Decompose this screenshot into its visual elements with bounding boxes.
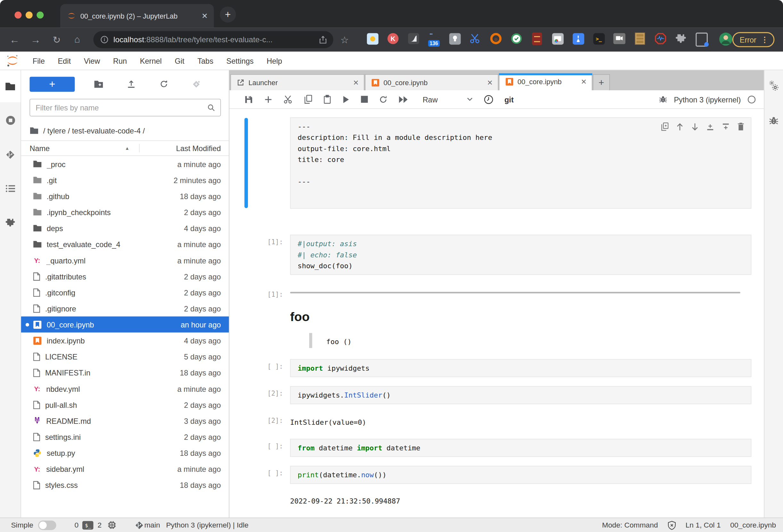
avatar[interactable]	[719, 32, 733, 46]
dock-tab-launcher[interactable]: Launcher✕	[230, 74, 364, 90]
close-icon[interactable]: ✕	[574, 78, 587, 86]
file-row[interactable]: pull-all.sh2 days ago	[21, 397, 229, 412]
file-row[interactable]: .gitignore2 days ago	[21, 300, 229, 316]
insert-below-icon[interactable]	[722, 122, 730, 131]
file-row[interactable]: Y:nbdev.ymla minute ago	[21, 380, 229, 397]
add-dock-tab-button[interactable]: +	[593, 74, 610, 90]
menu-settings[interactable]: Settings	[220, 56, 260, 65]
sidebar-puzzle-icon[interactable]	[0, 211, 21, 234]
menu-tabs[interactable]: Tabs	[191, 56, 220, 65]
kernel-count[interactable]: 2	[98, 521, 102, 529]
check-extension-icon[interactable]	[510, 33, 523, 45]
file-row[interactable]: setup.py18 days ago	[21, 445, 229, 461]
minimize-window-button[interactable]	[26, 11, 33, 19]
file-row[interactable]: .gitattributes2 days ago	[21, 268, 229, 284]
file-row[interactable]: .github18 days ago	[21, 188, 229, 204]
file-row[interactable]: index.ipynb4 days ago	[21, 333, 229, 348]
save-icon[interactable]	[245, 95, 253, 104]
sidebar-folder-icon[interactable]	[0, 75, 21, 98]
screencast-extension-icon[interactable]	[613, 33, 625, 45]
device-extension-icon[interactable]	[695, 33, 708, 45]
cell-editor[interactable]: from datetime import datetime	[290, 439, 752, 457]
ring-extension-icon[interactable]	[490, 33, 502, 45]
sidebar-list-icon[interactable]	[0, 177, 21, 200]
delete-icon[interactable]	[737, 122, 744, 131]
home-icon[interactable]: ⌂	[70, 32, 85, 47]
cell-editor[interactable]: print(datetime.now())	[290, 466, 752, 484]
terminal-extension-icon[interactable]: >_	[593, 33, 605, 45]
git-toolbar-button[interactable]: git	[505, 95, 514, 104]
git-clone-icon[interactable]	[192, 79, 201, 88]
cell-editor[interactable]: ipywidgets.IntSlider()	[290, 386, 752, 404]
redbox-extension-icon[interactable]	[531, 33, 543, 45]
file-row[interactable]: MANIFEST.in18 days ago	[21, 365, 229, 380]
add-cell-icon[interactable]	[264, 95, 273, 104]
home-folder-icon[interactable]	[29, 127, 38, 134]
rightbar-bug-icon[interactable]	[764, 109, 783, 132]
file-row[interactable]: M▼README.md3 days ago	[21, 412, 229, 429]
file-row[interactable]: .ipynb_checkpoints2 days ago	[21, 204, 229, 220]
upload-icon[interactable]	[127, 79, 136, 88]
sidebar-running-kernels-icon[interactable]	[0, 109, 21, 132]
file-row[interactable]: styles.css18 days ago	[21, 477, 229, 493]
cut-icon[interactable]	[284, 95, 293, 104]
notebook-cell[interactable]: ---description: Fill in a module descrip…	[229, 118, 764, 209]
column-last-modified[interactable]: Last Modified	[139, 144, 221, 153]
insert-above-icon[interactable]	[706, 122, 714, 131]
column-name[interactable]: Name	[29, 144, 50, 153]
file-row[interactable]: Y:sidebar.ymla minute ago	[21, 461, 229, 477]
kernel-name[interactable]: Python 3 (ipykernel)	[674, 95, 741, 104]
cell-editor[interactable]: import ipywidgets	[290, 359, 752, 377]
reload-icon[interactable]: ↻	[49, 32, 64, 47]
notebook-cell[interactable]: [ ]:import ipywidgets	[229, 359, 764, 377]
kernel-status-icon[interactable]	[747, 95, 756, 104]
menu-help[interactable]: Help	[260, 56, 289, 65]
notebook-cell[interactable]: [ ]:from datetime import datetime	[229, 439, 764, 457]
bookmark-star-icon[interactable]: ☆	[340, 34, 349, 46]
paste-icon[interactable]	[323, 95, 331, 104]
move-up-icon[interactable]	[676, 122, 684, 131]
cell-editor[interactable]: #|output: asis#| echo: falseshow_doc(foo…	[290, 235, 752, 275]
duplicate-icon[interactable]	[661, 122, 669, 131]
file-row[interactable]: LICENSE5 days ago	[21, 348, 229, 365]
weather-extension-icon[interactable]	[367, 33, 379, 45]
file-row[interactable]: .git2 minutes ago	[21, 172, 229, 188]
notebook-cell[interactable]: [1]:#|output: asis#| echo: falseshow_doc…	[229, 235, 764, 275]
file-list-header[interactable]: Name▲ Last Modified	[21, 140, 229, 156]
lamp-extension-icon[interactable]	[449, 33, 461, 45]
run-all-icon[interactable]	[399, 95, 408, 103]
dock-tab-00-core-ipynb[interactable]: 00_core.ipynb✕	[499, 73, 592, 90]
menu-file[interactable]: File	[26, 56, 51, 65]
file-row[interactable]: _proca minute ago	[21, 156, 229, 172]
back-icon[interactable]: ←	[7, 32, 22, 47]
k-extension-icon[interactable]: K	[387, 33, 399, 45]
share-icon[interactable]	[319, 35, 327, 44]
stopwave-extension-icon[interactable]	[655, 33, 667, 45]
close-icon[interactable]: ✕	[480, 78, 493, 87]
new-launcher-button[interactable]: +	[29, 76, 75, 92]
error-button[interactable]: Error ⋮	[732, 32, 774, 47]
cell-editor[interactable]: ---description: Fill in a module descrip…	[290, 118, 752, 209]
scissors-extension-icon[interactable]	[469, 33, 481, 45]
rightbar-gears-icon[interactable]	[764, 75, 783, 98]
menu-edit[interactable]: Edit	[51, 56, 77, 65]
file-row[interactable]: .gitconfig2 days ago	[21, 284, 229, 300]
browser-menu-icon[interactable]: ⋮	[761, 35, 769, 44]
menu-run[interactable]: Run	[107, 56, 134, 65]
browser-tab[interactable]: 00_core.ipynb (2) – JupyterLab ✕	[60, 4, 214, 28]
new-tab-button[interactable]: +	[220, 6, 236, 23]
notebook-cell[interactable]: foo ()	[229, 333, 764, 348]
address-bar[interactable]: localhost:8888/lab/tree/tylere/test-eval…	[93, 31, 333, 48]
kernel-status-text[interactable]: Python 3 (ipykernel) | Idle	[166, 521, 248, 529]
editor-mode[interactable]: Mode: Command	[602, 521, 658, 529]
cell-type-dropdown[interactable]: Raw	[422, 95, 473, 104]
notebook-cell[interactable]: [2]:IntSlider(value=0)	[229, 413, 764, 428]
breadcrumb[interactable]: / tylere / test-evaluate-code-4 /	[21, 120, 229, 140]
notebook-cell[interactable]: [ ]:print(datetime.now())	[229, 466, 764, 484]
menu-kernel[interactable]: Kernel	[133, 56, 168, 65]
active-file-name[interactable]: 00_core.ipynb	[730, 521, 776, 529]
clock-icon[interactable]	[484, 94, 493, 104]
simple-mode-toggle[interactable]	[38, 520, 56, 530]
file-row[interactable]: settings.ini2 days ago	[21, 429, 229, 445]
bug-icon[interactable]	[658, 95, 667, 104]
